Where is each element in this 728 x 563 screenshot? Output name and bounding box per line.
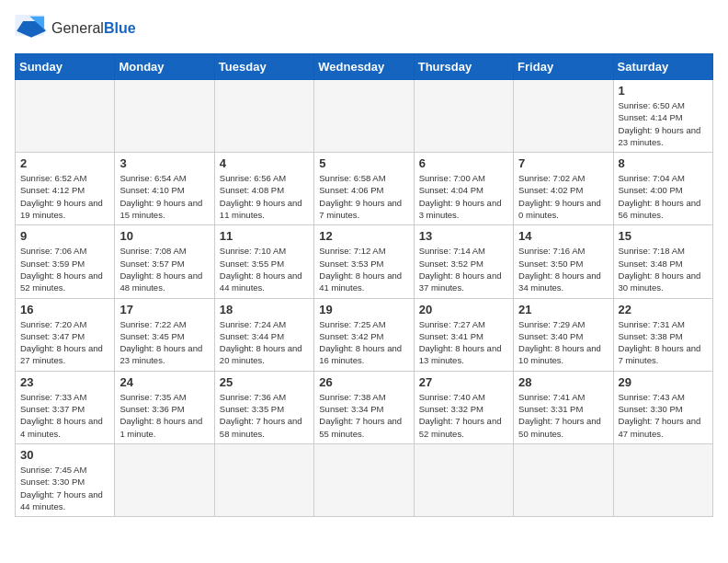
calendar-cell: 11Sunrise: 7:10 AM Sunset: 3:55 PM Dayli… [214, 225, 313, 298]
calendar-cell: 20Sunrise: 7:27 AM Sunset: 3:41 PM Dayli… [414, 298, 513, 371]
day-number: 24 [119, 375, 209, 389]
day-info: Sunrise: 6:58 AM Sunset: 4:06 PM Dayligh… [319, 172, 408, 221]
calendar-cell: 30Sunrise: 7:45 AM Sunset: 3:30 PM Dayli… [16, 443, 115, 516]
day-number: 30 [20, 448, 109, 462]
day-info: Sunrise: 7:29 AM Sunset: 3:40 PM Dayligh… [518, 318, 608, 367]
day-info: Sunrise: 7:22 AM Sunset: 3:45 PM Dayligh… [119, 318, 209, 367]
day-info: Sunrise: 7:27 AM Sunset: 3:41 PM Dayligh… [419, 318, 508, 367]
day-number: 9 [20, 229, 109, 243]
calendar-week-row: 2Sunrise: 6:52 AM Sunset: 4:12 PM Daylig… [16, 153, 713, 225]
day-number: 23 [20, 375, 109, 389]
calendar-cell: 18Sunrise: 7:24 AM Sunset: 3:44 PM Dayli… [214, 298, 313, 371]
calendar-cell: 14Sunrise: 7:16 AM Sunset: 3:50 PM Dayli… [514, 225, 613, 298]
header-friday: Friday [514, 54, 613, 80]
header-thursday: Thursday [414, 54, 513, 80]
day-number: 1 [619, 84, 708, 98]
calendar-cell: 2Sunrise: 6:52 AM Sunset: 4:12 PM Daylig… [16, 153, 115, 225]
day-info: Sunrise: 7:35 AM Sunset: 3:36 PM Dayligh… [119, 391, 209, 440]
calendar-cell: 26Sunrise: 7:38 AM Sunset: 3:34 PM Dayli… [314, 371, 414, 443]
day-info: Sunrise: 7:18 AM Sunset: 3:48 PM Dayligh… [619, 245, 708, 293]
calendar-cell [214, 80, 313, 153]
calendar-cell [613, 443, 712, 516]
header-monday: Monday [115, 54, 214, 80]
calendar-cell [414, 443, 513, 516]
day-info: Sunrise: 7:08 AM Sunset: 3:57 PM Dayligh… [119, 245, 209, 293]
day-number: 12 [319, 229, 408, 243]
day-info: Sunrise: 7:16 AM Sunset: 3:50 PM Dayligh… [518, 245, 608, 293]
day-number: 11 [220, 229, 309, 243]
day-number: 4 [220, 156, 309, 170]
day-info: Sunrise: 7:33 AM Sunset: 3:37 PM Dayligh… [20, 391, 109, 440]
day-number: 3 [119, 156, 209, 170]
day-info: Sunrise: 7:36 AM Sunset: 3:35 PM Dayligh… [220, 391, 309, 440]
calendar-cell: 17Sunrise: 7:22 AM Sunset: 3:45 PM Dayli… [115, 298, 214, 371]
header: GeneralBlue [15, 15, 713, 42]
day-number: 20 [419, 303, 508, 316]
day-number: 5 [319, 156, 408, 170]
day-info: Sunrise: 7:02 AM Sunset: 4:02 PM Dayligh… [518, 172, 608, 221]
day-number: 15 [619, 229, 708, 243]
calendar-cell: 27Sunrise: 7:40 AM Sunset: 3:32 PM Dayli… [414, 371, 513, 443]
day-info: Sunrise: 7:38 AM Sunset: 3:34 PM Dayligh… [319, 391, 408, 440]
calendar-week-row: 30Sunrise: 7:45 AM Sunset: 3:30 PM Dayli… [16, 443, 713, 516]
day-number: 2 [20, 156, 109, 170]
day-number: 8 [619, 156, 708, 170]
day-number: 21 [518, 303, 608, 316]
day-info: Sunrise: 7:14 AM Sunset: 3:52 PM Dayligh… [419, 245, 508, 293]
calendar-cell: 21Sunrise: 7:29 AM Sunset: 3:40 PM Dayli… [514, 298, 613, 371]
calendar-cell: 1Sunrise: 6:50 AM Sunset: 4:14 PM Daylig… [613, 80, 712, 153]
day-info: Sunrise: 7:45 AM Sunset: 3:30 PM Dayligh… [20, 464, 109, 512]
header-saturday: Saturday [613, 54, 712, 80]
calendar-cell: 9Sunrise: 7:06 AM Sunset: 3:59 PM Daylig… [16, 225, 115, 298]
calendar-cell: 5Sunrise: 6:58 AM Sunset: 4:06 PM Daylig… [314, 153, 414, 225]
calendar-cell [514, 443, 613, 516]
day-number: 29 [619, 375, 708, 389]
calendar-cell: 16Sunrise: 7:20 AM Sunset: 3:47 PM Dayli… [16, 298, 115, 371]
day-info: Sunrise: 7:00 AM Sunset: 4:04 PM Dayligh… [419, 172, 508, 221]
day-info: Sunrise: 7:31 AM Sunset: 3:38 PM Dayligh… [619, 318, 708, 367]
calendar-cell [414, 80, 513, 153]
day-info: Sunrise: 7:20 AM Sunset: 3:47 PM Dayligh… [20, 318, 109, 367]
calendar-cell: 4Sunrise: 6:56 AM Sunset: 4:08 PM Daylig… [214, 153, 313, 225]
calendar-cell: 12Sunrise: 7:12 AM Sunset: 3:53 PM Dayli… [314, 225, 414, 298]
header-wednesday: Wednesday [314, 54, 414, 80]
calendar-header-row: SundayMondayTuesdayWednesdayThursdayFrid… [16, 54, 713, 80]
calendar-cell: 13Sunrise: 7:14 AM Sunset: 3:52 PM Dayli… [414, 225, 513, 298]
calendar-cell [314, 443, 414, 516]
calendar-table: SundayMondayTuesdayWednesdayThursdayFrid… [15, 53, 713, 517]
day-number: 27 [419, 375, 508, 389]
calendar-cell: 15Sunrise: 7:18 AM Sunset: 3:48 PM Dayli… [613, 225, 712, 298]
calendar-cell: 3Sunrise: 6:54 AM Sunset: 4:10 PM Daylig… [115, 153, 214, 225]
header-tuesday: Tuesday [214, 54, 313, 80]
day-info: Sunrise: 6:50 AM Sunset: 4:14 PM Dayligh… [619, 99, 708, 148]
day-number: 7 [518, 156, 608, 170]
day-info: Sunrise: 6:52 AM Sunset: 4:12 PM Dayligh… [20, 172, 109, 221]
day-info: Sunrise: 7:06 AM Sunset: 3:59 PM Dayligh… [20, 245, 109, 293]
day-info: Sunrise: 7:04 AM Sunset: 4:00 PM Dayligh… [619, 172, 708, 221]
day-number: 10 [119, 229, 209, 243]
day-info: Sunrise: 7:41 AM Sunset: 3:31 PM Dayligh… [518, 391, 608, 440]
logo-icon [15, 15, 48, 42]
day-info: Sunrise: 7:24 AM Sunset: 3:44 PM Dayligh… [220, 318, 309, 367]
calendar-cell [514, 80, 613, 153]
day-info: Sunrise: 7:12 AM Sunset: 3:53 PM Dayligh… [319, 245, 408, 293]
day-number: 26 [319, 375, 408, 389]
calendar-cell: 6Sunrise: 7:00 AM Sunset: 4:04 PM Daylig… [414, 153, 513, 225]
calendar-cell: 19Sunrise: 7:25 AM Sunset: 3:42 PM Dayli… [314, 298, 414, 371]
day-number: 19 [319, 303, 408, 316]
calendar-cell [214, 443, 313, 516]
calendar-cell: 8Sunrise: 7:04 AM Sunset: 4:00 PM Daylig… [613, 153, 712, 225]
calendar-cell: 29Sunrise: 7:43 AM Sunset: 3:30 PM Dayli… [613, 371, 712, 443]
calendar-cell: 25Sunrise: 7:36 AM Sunset: 3:35 PM Dayli… [214, 371, 313, 443]
calendar-cell: 23Sunrise: 7:33 AM Sunset: 3:37 PM Dayli… [16, 371, 115, 443]
day-info: Sunrise: 7:10 AM Sunset: 3:55 PM Dayligh… [220, 245, 309, 293]
day-number: 25 [220, 375, 309, 389]
calendar-cell [16, 80, 115, 153]
calendar-week-row: 9Sunrise: 7:06 AM Sunset: 3:59 PM Daylig… [16, 225, 713, 298]
calendar-cell: 7Sunrise: 7:02 AM Sunset: 4:02 PM Daylig… [514, 153, 613, 225]
day-number: 22 [619, 303, 708, 316]
day-number: 14 [518, 229, 608, 243]
day-info: Sunrise: 7:40 AM Sunset: 3:32 PM Dayligh… [419, 391, 508, 440]
calendar-cell: 22Sunrise: 7:31 AM Sunset: 3:38 PM Dayli… [613, 298, 712, 371]
day-info: Sunrise: 7:25 AM Sunset: 3:42 PM Dayligh… [319, 318, 408, 367]
